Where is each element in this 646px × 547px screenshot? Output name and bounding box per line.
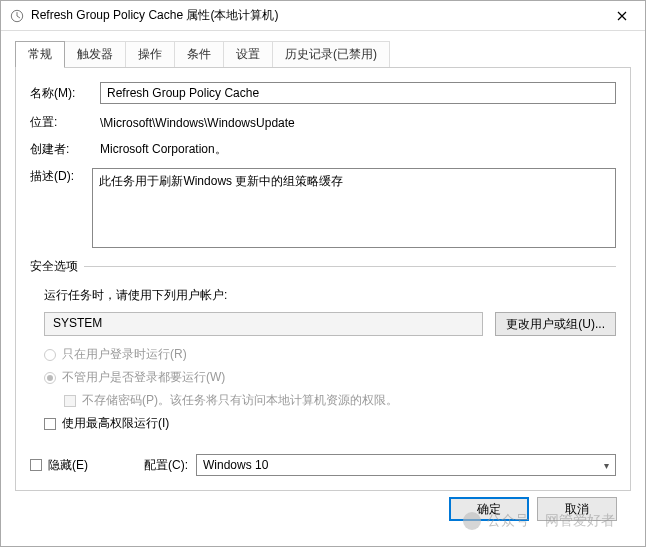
dialog-footer: 确定 取消 bbox=[15, 491, 631, 533]
account-field: SYSTEM bbox=[44, 312, 483, 336]
task-icon bbox=[9, 8, 25, 24]
close-icon bbox=[617, 11, 627, 21]
tab-actions[interactable]: 操作 bbox=[125, 41, 175, 67]
tab-bar: 常规 触发器 操作 条件 设置 历史记录(已禁用) bbox=[15, 41, 631, 67]
run-as-prompt: 运行任务时，请使用下列用户帐户: bbox=[44, 287, 616, 304]
titlebar: Refresh Group Policy Cache 属性(本地计算机) bbox=[1, 1, 645, 31]
checkbox-icon bbox=[44, 418, 56, 430]
author-value: Microsoft Corporation。 bbox=[100, 141, 616, 158]
location-label: 位置: bbox=[30, 114, 100, 131]
general-panel: 名称(M): 位置: \Microsoft\Windows\WindowsUpd… bbox=[15, 67, 631, 491]
checkbox-icon bbox=[64, 395, 76, 407]
configure-value: Windows 10 bbox=[203, 458, 268, 472]
ok-button[interactable]: 确定 bbox=[449, 497, 529, 521]
radio-icon bbox=[44, 372, 56, 384]
radio-run-whether-logged: 不管用户是否登录都要运行(W) bbox=[44, 369, 616, 386]
tab-conditions[interactable]: 条件 bbox=[174, 41, 224, 67]
security-legend: 安全选项 bbox=[30, 258, 84, 275]
change-user-button[interactable]: 更改用户或组(U)... bbox=[495, 312, 616, 336]
description-input[interactable] bbox=[92, 168, 616, 248]
location-value: \Microsoft\Windows\WindowsUpdate bbox=[100, 116, 616, 130]
name-input[interactable] bbox=[100, 82, 616, 104]
window-title: Refresh Group Policy Cache 属性(本地计算机) bbox=[31, 7, 599, 24]
checkbox-icon bbox=[30, 459, 42, 471]
tab-settings[interactable]: 设置 bbox=[223, 41, 273, 67]
store-password-checkbox: 不存储密码(P)。该任务将只有访问本地计算机资源的权限。 bbox=[64, 392, 616, 409]
configure-for-select[interactable]: Windows 10 ▾ bbox=[196, 454, 616, 476]
tab-general[interactable]: 常规 bbox=[15, 41, 65, 67]
cancel-button[interactable]: 取消 bbox=[537, 497, 617, 521]
name-label: 名称(M): bbox=[30, 85, 100, 102]
dialog-body: 常规 触发器 操作 条件 设置 历史记录(已禁用) 名称(M): 位置: \Mi… bbox=[1, 31, 645, 547]
security-options-group: 安全选项 运行任务时，请使用下列用户帐户: SYSTEM 更改用户或组(U)..… bbox=[30, 266, 616, 444]
tab-triggers[interactable]: 触发器 bbox=[64, 41, 126, 67]
highest-privileges-checkbox[interactable]: 使用最高权限运行(I) bbox=[44, 415, 616, 432]
radio-icon bbox=[44, 349, 56, 361]
bottom-options: 隐藏(E) 配置(C): Windows 10 ▾ bbox=[30, 444, 616, 476]
author-label: 创建者: bbox=[30, 141, 100, 158]
chevron-down-icon: ▾ bbox=[604, 460, 609, 471]
properties-dialog: Refresh Group Policy Cache 属性(本地计算机) 常规 … bbox=[0, 0, 646, 547]
hidden-checkbox[interactable]: 隐藏(E) bbox=[30, 457, 88, 474]
description-label: 描述(D): bbox=[30, 168, 92, 185]
tab-history[interactable]: 历史记录(已禁用) bbox=[272, 41, 390, 67]
radio-logged-on: 只在用户登录时运行(R) bbox=[44, 346, 616, 363]
close-button[interactable] bbox=[599, 1, 645, 31]
configure-label: 配置(C): bbox=[144, 457, 188, 474]
